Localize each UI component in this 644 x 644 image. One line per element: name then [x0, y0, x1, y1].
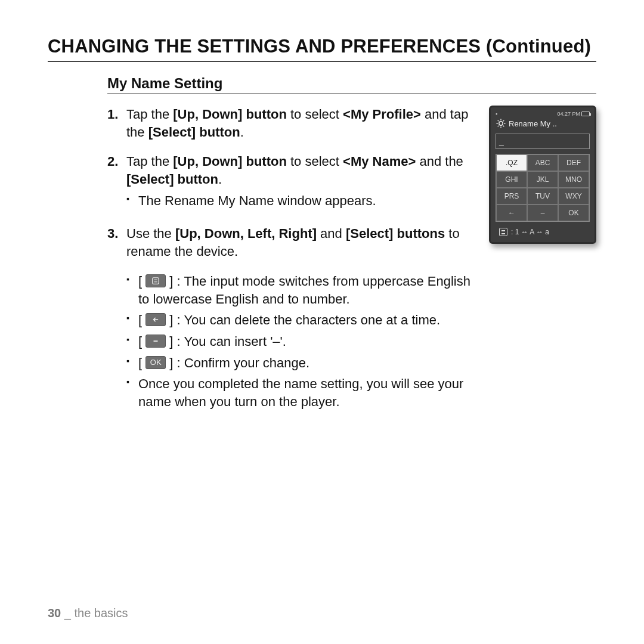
mode-switch-icon	[499, 228, 507, 236]
t: and the	[416, 154, 463, 169]
device-time: 04:27 PM	[557, 111, 580, 117]
device-input[interactable]: _	[496, 134, 590, 149]
step-number: 1.	[107, 106, 126, 141]
t: ] : You can insert '–'.	[166, 334, 286, 349]
t: [	[138, 274, 145, 289]
keypad-key-ok[interactable]: OK	[558, 205, 589, 221]
step-number: 3.	[107, 225, 126, 260]
device-keypad: .QZ ABC DEF GHI JKL MNO PRS TUV WXY ← – …	[496, 154, 590, 222]
step-3: 3. Use the [Up, Down, Left, Right] and […	[107, 225, 472, 260]
t: [ ] : You can delete the characters one …	[138, 311, 472, 329]
bullet-icon: ▪	[126, 375, 138, 410]
t: [ OK ] : Confirm your change.	[138, 354, 472, 372]
instruction-text: 1. Tap the [Up, Down] button to select <…	[107, 106, 472, 414]
step-list: 1. Tap the [Up, Down] button to select <…	[107, 106, 472, 261]
step-body: Tap the [Up, Down] button to select <My …	[126, 106, 472, 141]
t: Once you completed the name setting, you…	[138, 375, 472, 410]
device-statusbar: ▪ 04:27 PM	[496, 111, 590, 117]
keypad-key[interactable]: WXY	[558, 188, 589, 205]
t: Tap the	[126, 154, 173, 169]
t: .	[218, 172, 222, 187]
page-number: 30	[48, 606, 61, 620]
t: [ ] : The input mode switches from upper…	[138, 273, 472, 308]
t: [Select] button	[148, 125, 240, 140]
section-rule	[107, 93, 596, 94]
gear-icon	[496, 118, 506, 129]
t: to select	[287, 107, 343, 122]
status-dot: ▪	[496, 111, 497, 117]
t: [Up, Down, Left, Right]	[175, 226, 317, 241]
keypad-key[interactable]: DEF	[558, 154, 589, 171]
device-title-row: Rename My ..	[496, 118, 590, 129]
t: Tap the	[126, 107, 173, 122]
svg-point-4	[499, 122, 503, 125]
page-footer: 30 _ the basics	[48, 606, 128, 620]
status-right: 04:27 PM	[557, 111, 590, 117]
bullet-icon: ▪	[126, 192, 138, 210]
bullet-icon: ▪	[126, 333, 138, 351]
t: [Select] buttons	[346, 226, 445, 241]
dash-icon	[145, 335, 166, 348]
t: ] : You can delete the characters one at…	[166, 312, 440, 327]
page-title: CHANGING THE SETTINGS AND PREFERENCES (C…	[48, 36, 596, 57]
t: [Up, Down] button	[173, 154, 287, 169]
sub-bullet: ▪ [ ] : The input mode switches from upp…	[126, 273, 472, 308]
keypad-key[interactable]: MNO	[558, 171, 589, 188]
sub-bullet: ▪ [ OK ] : Confirm your change.	[126, 354, 472, 372]
sub-bullet: ▪ [ ] : You can delete the characters on…	[126, 311, 472, 329]
t: [	[138, 312, 145, 327]
keypad-key[interactable]: GHI	[496, 171, 527, 188]
step-number: 2.	[107, 153, 126, 213]
bullet-icon: ▪	[126, 273, 138, 308]
t: and	[317, 226, 346, 241]
keypad-key-dash[interactable]: –	[527, 205, 558, 221]
step-body: Use the [Up, Down, Left, Right] and [Sel…	[126, 225, 472, 260]
t: ] : The input mode switches from upperca…	[138, 274, 470, 306]
device-title: Rename My ..	[509, 119, 557, 128]
t: The Rename My Name window appears.	[138, 192, 472, 210]
keypad-key[interactable]: .QZ	[496, 154, 527, 171]
svg-line-9	[498, 120, 499, 122]
backspace-icon	[145, 313, 166, 326]
t: Use the	[126, 226, 175, 241]
t: ] : Confirm your change.	[166, 355, 309, 370]
t: _	[61, 606, 74, 620]
keypad-key[interactable]: ABC	[527, 154, 558, 171]
t: [	[138, 334, 145, 349]
t: [Up, Down] button	[173, 107, 287, 122]
step-2: 2. Tap the [Up, Down] button to select <…	[107, 153, 472, 213]
svg-line-11	[498, 126, 499, 127]
content-row: 1. Tap the [Up, Down] button to select <…	[107, 106, 596, 414]
step-body: Tap the [Up, Down] button to select <My …	[126, 153, 472, 213]
t: .	[240, 125, 244, 140]
keypad-key[interactable]: TUV	[527, 188, 558, 205]
step-1: 1. Tap the [Up, Down] button to select <…	[107, 106, 472, 141]
t: <My Name>	[343, 154, 416, 169]
svg-rect-0	[153, 278, 159, 284]
svg-line-12	[503, 120, 504, 122]
mode-switch-icon	[145, 274, 166, 287]
t: to select	[287, 154, 343, 169]
t: <My Profile>	[343, 107, 421, 122]
keypad-key[interactable]: PRS	[496, 188, 527, 205]
device-mode-row: : 1 ↔ A ↔ a	[496, 228, 590, 236]
keypad-key-backspace[interactable]: ←	[496, 205, 527, 221]
t: [	[138, 355, 145, 370]
keypad-key[interactable]: JKL	[527, 171, 558, 188]
step3-bullets: ▪ [ ] : The input mode switches from upp…	[126, 273, 472, 411]
svg-line-10	[503, 126, 504, 127]
t: [Select] button	[126, 172, 218, 187]
bullet-icon: ▪	[126, 354, 138, 372]
title-rule	[48, 61, 596, 62]
device-mode-text: : 1 ↔ A ↔ a	[511, 228, 549, 236]
ok-key-icon: OK	[145, 356, 166, 369]
section-heading: My Name Setting	[107, 75, 596, 92]
device-mockup: ▪ 04:27 PM Rename My .. _ .QZ ABC DE	[489, 106, 596, 244]
sub-bullet: ▪ [ ] : You can insert '–'.	[126, 333, 472, 351]
sub-bullet: ▪ Once you completed the name setting, y…	[126, 375, 472, 410]
t: [ ] : You can insert '–'.	[138, 333, 472, 351]
bullet-icon: ▪	[126, 311, 138, 329]
sub-bullet: ▪ The Rename My Name window appears.	[126, 192, 472, 210]
chapter-name: the basics	[75, 606, 128, 620]
battery-icon	[581, 112, 590, 116]
